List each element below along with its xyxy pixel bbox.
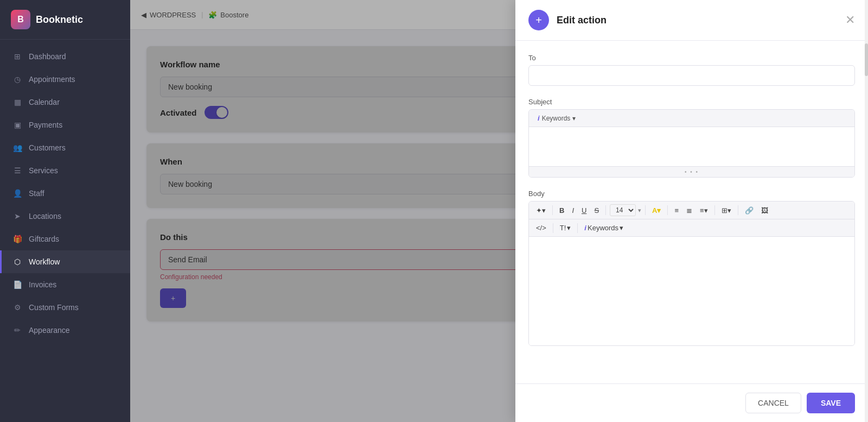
subject-input[interactable] [529,127,854,164]
editor-toolbar-row1: ✦▾ B I U S 14 ▾ A▾ ≡ [529,201,854,219]
body-keywords-button[interactable]: i Keywords ▾ [582,222,626,234]
magic-btn[interactable]: ✦▾ [533,205,548,216]
text-chevron-icon: ▾ [567,224,571,232]
unordered-list-button[interactable]: ≣ [684,205,695,216]
sidebar-item-workflow[interactable]: ⬡ Workflow [0,250,130,273]
app-name: Booknetic [36,14,83,26]
table-button[interactable]: ⊞▾ [719,205,734,216]
sidebar-label-workflow: Workflow [29,257,60,266]
underline-button[interactable]: U [579,205,589,216]
sidebar-label-calendar: Calendar [29,98,60,106]
sidebar-nav: ⊞ Dashboard ◷ Appointments ▦ Calendar ▣ … [0,40,130,422]
calendar-icon: ▦ [12,97,22,107]
toolbar-sep-2 [605,205,606,215]
body-keywords-label: Keywords [588,224,618,232]
sidebar-item-appointments[interactable]: ◷ Appointments [0,68,130,91]
sidebar-label-custom-forms: Custom Forms [29,303,79,312]
sidebar-label-dashboard: Dashboard [29,52,66,61]
customers-icon: 👥 [12,143,22,153]
sidebar-label-staff: Staff [29,189,44,198]
appearance-icon: ✏ [12,325,22,335]
toolbar-sep-5 [714,205,715,215]
to-input[interactable] [528,65,855,86]
sidebar-item-dashboard[interactable]: ⊞ Dashboard [0,45,130,68]
save-button[interactable]: SAVE [807,393,855,413]
text-style-label: T! [560,224,566,232]
text-style-button[interactable]: T! ▾ [557,222,574,234]
sidebar-logo: B Booknetic [0,0,130,40]
sidebar-label-payments: Payments [29,121,62,129]
sidebar-item-locations[interactable]: ➤ Locations [0,205,130,228]
body-keywords-chevron: ▾ [620,224,623,232]
sidebar-label-invoices: Invoices [29,280,56,289]
toolbar-sep-6 [738,205,738,215]
sidebar-item-services[interactable]: ☰ Services [0,159,130,182]
italic-button[interactable]: I [569,205,577,216]
resize-dots: • • • [685,169,699,175]
sidebar-item-custom-forms[interactable]: ⚙ Custom Forms [0,296,130,319]
sidebar-item-giftcards[interactable]: 🎁 Giftcards [0,228,130,250]
body-info-icon: i [584,224,586,232]
sidebar-item-payments[interactable]: ▣ Payments [0,114,130,136]
custom-forms-icon: ⚙ [12,303,22,312]
staff-icon: 👤 [12,188,22,198]
sidebar-label-appearance: Appearance [29,326,70,335]
to-label: To [528,54,855,62]
align-button[interactable]: ≡▾ [697,205,711,216]
code-block-button[interactable]: </> [533,222,549,234]
sidebar-item-appearance[interactable]: ✏ Appearance [0,319,130,342]
toolbar-sep-8 [577,223,578,233]
info-icon: i [538,114,540,122]
sidebar-item-invoices[interactable]: 📄 Invoices [0,273,130,296]
subject-keywords-button[interactable]: i Keywords ▾ [534,113,579,123]
workflow-icon: ⬡ [12,257,22,267]
strikethrough-button[interactable]: S [591,205,602,216]
font-color-button[interactable]: A▾ [649,205,663,216]
subject-field-group: Subject i Keywords ▾ • • • [528,98,855,178]
sidebar-label-services: Services [29,166,58,175]
body-field-group: Body ✦▾ B I U S 14 ▾ [528,190,855,346]
body-editor-content[interactable] [529,237,854,345]
sidebar-item-customers[interactable]: 👥 Customers [0,136,130,159]
scrollbar-thumb [865,43,868,76]
sidebar-label-appointments: Appointments [29,75,75,84]
body-editor: ✦▾ B I U S 14 ▾ A▾ ≡ [528,201,855,346]
bold-button[interactable]: B [557,205,567,216]
subject-toolbar: i Keywords ▾ [529,110,854,127]
ordered-list-button[interactable]: ≡ [672,205,681,216]
cancel-button[interactable]: CANCEL [745,393,801,413]
sidebar-label-locations: Locations [29,212,61,221]
modal-header-icon: + [528,10,549,30]
edit-action-modal: + Edit action ✕ To Subject i Keywords [515,0,868,422]
payments-icon: ▣ [12,120,22,130]
dashboard-icon: ⊞ [12,52,22,61]
font-size-select[interactable]: 14 [610,204,636,216]
modal-footer: CANCEL SAVE [515,383,868,422]
toolbar-sep-4 [667,205,668,215]
modal-scrollbar [865,0,868,422]
body-label: Body [528,190,855,198]
logo-icon: B [11,10,30,29]
modal-body: To Subject i Keywords ▾ • • [515,41,868,383]
locations-icon: ➤ [12,211,22,221]
toolbar-sep-7 [553,223,553,233]
modal-close-button[interactable]: ✕ [845,14,855,26]
modal-header: + Edit action ✕ [515,0,868,41]
subject-label: Subject [528,98,855,106]
sidebar-item-staff[interactable]: 👤 Staff [0,182,130,205]
sidebar-item-calendar[interactable]: ▦ Calendar [0,91,130,114]
sidebar-label-giftcards: Giftcards [29,235,59,243]
keywords-chevron-icon: ▾ [572,115,576,122]
to-field-group: To [528,54,855,86]
invoices-icon: 📄 [12,280,22,289]
sidebar-label-customers: Customers [29,143,66,152]
link-button[interactable]: 🔗 [742,205,756,216]
toolbar-sep-3 [645,205,646,215]
toolbar-sep-1 [552,205,553,215]
giftcards-icon: 🎁 [12,234,22,244]
image-button[interactable]: 🖼 [758,205,771,216]
subject-keywords-label: Keywords [542,115,571,122]
services-icon: ☰ [12,166,22,175]
sidebar: B Booknetic ⊞ Dashboard ◷ Appointments ▦… [0,0,130,422]
appointments-icon: ◷ [12,74,22,84]
